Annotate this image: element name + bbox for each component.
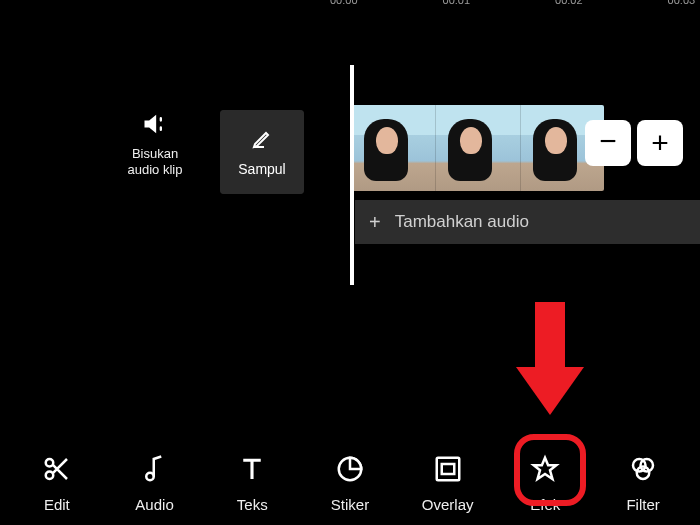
overlay-icon (431, 452, 465, 486)
ts: 00:02 (555, 0, 583, 6)
tool-label: Edit (44, 496, 70, 513)
ts: 00:00 (330, 0, 358, 6)
cover-label: Sampul (238, 161, 285, 177)
ts: 00:03 (668, 0, 696, 6)
plus-icon: + (369, 211, 381, 234)
add-audio-button[interactable]: + Tambahkan audio (355, 200, 700, 244)
tool-label: Teks (237, 496, 268, 513)
timeline-area: Bisukan audio klip Sampul − + (0, 65, 700, 285)
clip-thumbnail (436, 105, 520, 191)
text-icon (235, 452, 269, 486)
minus-icon: − (599, 124, 617, 158)
svg-rect-5 (441, 464, 454, 474)
annotation-arrow (520, 302, 578, 417)
zoom-out-button[interactable]: − (585, 120, 631, 166)
tool-text[interactable]: Teks (211, 452, 293, 513)
tool-label: Audio (135, 496, 173, 513)
timeline-timestamps: 00:00 00:01 00:02 00:03 (330, 0, 700, 6)
mute-label: Bisukan audio klip (128, 146, 183, 179)
svg-point-8 (637, 467, 650, 480)
tool-label: Filter (626, 496, 659, 513)
tool-overlay[interactable]: Overlay (407, 452, 489, 513)
scissors-icon (40, 452, 74, 486)
ts: 00:01 (443, 0, 471, 6)
clip-thumbnail (352, 105, 436, 191)
annotation-highlight (514, 434, 586, 506)
music-note-icon (138, 452, 172, 486)
speaker-mute-icon (140, 110, 170, 138)
plus-icon: + (651, 126, 669, 160)
add-audio-label: Tambahkan audio (395, 212, 529, 232)
video-clip-strip[interactable] (352, 105, 604, 191)
tool-edit[interactable]: Edit (16, 452, 98, 513)
bottom-toolbar: Edit Audio Teks Stiker (0, 452, 700, 513)
tool-label: Stiker (331, 496, 369, 513)
cover-button[interactable]: Sampul (220, 110, 304, 194)
tool-sticker[interactable]: Stiker (309, 452, 391, 513)
tool-filter[interactable]: Filter (602, 452, 684, 513)
zoom-in-button[interactable]: + (637, 120, 683, 166)
tool-label: Overlay (422, 496, 474, 513)
tool-audio[interactable]: Audio (114, 452, 196, 513)
filter-circles-icon (626, 452, 660, 486)
sticker-icon (333, 452, 367, 486)
pencil-icon (250, 127, 274, 155)
playhead[interactable] (350, 65, 354, 285)
mute-clip-audio-button[interactable]: Bisukan audio klip (115, 110, 195, 179)
svg-rect-4 (436, 458, 459, 481)
